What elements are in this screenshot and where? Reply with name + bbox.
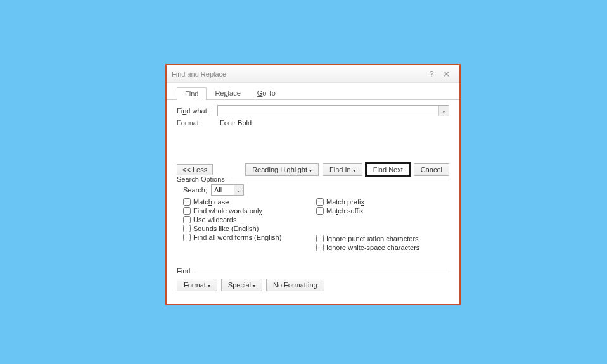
format-label: Format: bbox=[177, 119, 217, 127]
tab-goto[interactable]: Go To bbox=[249, 87, 284, 99]
search-options-legend: Search Options bbox=[177, 175, 229, 183]
find-what-dropdown-icon[interactable]: ⌄ bbox=[438, 106, 449, 116]
options-col-left: Match case Find whole words only Use wil… bbox=[183, 198, 316, 253]
chevron-down-icon: ⌄ bbox=[234, 185, 243, 195]
close-icon[interactable]: ✕ bbox=[439, 69, 454, 79]
format-value: Font: Bold bbox=[217, 119, 252, 127]
format-row: Format: Font: Bold bbox=[177, 119, 449, 127]
no-formatting-button[interactable]: No Formatting bbox=[266, 279, 324, 291]
special-button[interactable]: Special▾ bbox=[221, 279, 262, 291]
tab-replace[interactable]: Replace bbox=[207, 87, 248, 99]
find-what-input[interactable]: ⌄ bbox=[217, 105, 449, 116]
options-col-right: Match prefix Match suffix Ignore punctua… bbox=[316, 198, 449, 253]
search-direction-select[interactable]: All ⌄ bbox=[211, 184, 244, 196]
options-columns: Match case Find whole words only Use wil… bbox=[177, 198, 449, 253]
match-prefix-checkbox[interactable]: Match prefix bbox=[316, 198, 449, 206]
word-forms-checkbox[interactable]: Find all word forms (English) bbox=[183, 234, 316, 241]
wildcards-checkbox[interactable]: Use wildcards bbox=[183, 216, 316, 223]
find-next-button[interactable]: Find Next bbox=[366, 163, 410, 176]
search-options-fieldset: Search Options Search; All ⌄ Match case … bbox=[177, 180, 449, 253]
action-buttons: << Less Reading Highlight▾ Find In▾ Find… bbox=[177, 163, 449, 176]
search-direction-row: Search; All ⌄ bbox=[177, 184, 449, 196]
titlebar: Find and Replace ? ✕ bbox=[167, 65, 459, 83]
bottom-buttons: Format▾ Special▾ No Formatting bbox=[177, 279, 449, 291]
find-what-label: Find what: bbox=[177, 107, 217, 115]
cancel-button[interactable]: Cancel bbox=[414, 163, 449, 176]
search-direction-label: Search; bbox=[183, 186, 207, 194]
dialog-title: Find and Replace bbox=[172, 70, 424, 78]
reading-highlight-button[interactable]: Reading Highlight▾ bbox=[245, 163, 319, 176]
help-icon[interactable]: ? bbox=[424, 69, 439, 78]
match-case-checkbox[interactable]: Match case bbox=[183, 198, 316, 206]
find-bottom-legend: Find bbox=[177, 267, 194, 275]
search-direction-value: All bbox=[214, 186, 222, 194]
ignore-punct-checkbox[interactable]: Ignore punctuation characters bbox=[316, 235, 449, 242]
find-what-row: Find what: ⌄ bbox=[177, 105, 449, 116]
format-button[interactable]: Format▾ bbox=[177, 279, 217, 291]
less-button[interactable]: << Less bbox=[177, 164, 213, 175]
tab-find[interactable]: Find bbox=[177, 87, 207, 100]
match-suffix-checkbox[interactable]: Match suffix bbox=[316, 207, 449, 215]
ignore-ws-checkbox[interactable]: Ignore white-space characters bbox=[316, 244, 449, 251]
whole-words-checkbox[interactable]: Find whole words only bbox=[183, 207, 316, 215]
tabs: Find Replace Go To bbox=[167, 83, 459, 100]
find-bottom-fieldset: Find Format▾ Special▾ No Formatting bbox=[177, 272, 449, 291]
dialog-body: Find what: ⌄ Format: Font: Bold << Less … bbox=[167, 100, 459, 304]
sounds-like-checkbox[interactable]: Sounds like (English) bbox=[183, 225, 316, 232]
find-replace-dialog: Find and Replace ? ✕ Find Replace Go To … bbox=[165, 64, 461, 305]
find-in-button[interactable]: Find In▾ bbox=[323, 163, 362, 176]
